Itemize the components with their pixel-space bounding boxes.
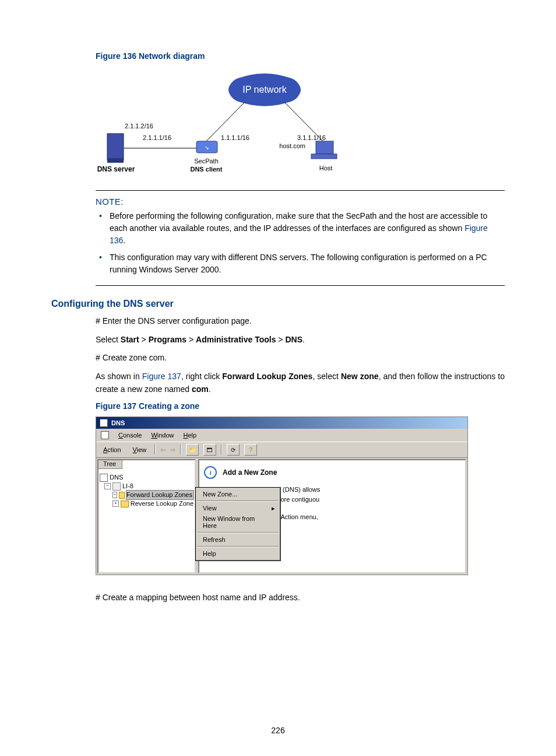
svg-rect-11 — [311, 154, 337, 159]
ctx-refresh[interactable]: Refresh — [197, 534, 279, 545]
figure-137-caption: Figure 137 Creating a zone — [96, 401, 505, 411]
ctx-view[interactable]: View▸ — [197, 503, 279, 513]
dns-icon — [101, 431, 109, 439]
tree-root[interactable]: DNS — [110, 473, 123, 482]
help-icon[interactable]: ? — [244, 444, 257, 456]
up-icon[interactable]: 📁 — [186, 444, 199, 456]
toolbar-action[interactable]: Action — [100, 445, 125, 454]
svg-rect-10 — [316, 141, 333, 154]
forward-icon[interactable]: ⇨ — [170, 446, 175, 454]
note-label: NOTE: — [96, 197, 505, 206]
server-icon — [112, 482, 121, 491]
window-titlebar: DNS — [96, 417, 467, 429]
dns-server-ip: 2.1.1.2/16 — [125, 123, 153, 130]
window-title: DNS — [111, 419, 125, 426]
folder-icon — [121, 501, 129, 508]
cloud-label: IP network — [242, 85, 287, 94]
note-item: This configuration may vary with differe… — [110, 251, 505, 276]
note-item: Before performing the following configur… — [110, 210, 505, 247]
dns-server-icon — [107, 134, 124, 163]
window-toolbar: Action View ⇦ ⇨ 📁 🗔 ⟳ ? — [96, 442, 467, 458]
dns-icon — [100, 474, 108, 482]
back-icon[interactable]: ⇦ — [160, 446, 166, 454]
figure-137-link[interactable]: Figure 137 — [142, 372, 181, 381]
separator — [197, 501, 279, 502]
host-icon — [311, 141, 337, 159]
dns-client-label: DNS client — [190, 166, 222, 173]
dns-app-icon — [100, 419, 108, 427]
svg-rect-6 — [107, 134, 124, 160]
menu-window[interactable]: Window — [151, 432, 174, 439]
dns-server-label: DNS server — [97, 165, 135, 173]
separator — [197, 532, 279, 533]
secpath-icon: ↘ — [196, 141, 217, 153]
paragraph-select-path: Select Start > Programs > Administrative… — [96, 334, 505, 346]
tree-reverse-zones[interactable]: Reverse Lookup Zone — [131, 499, 193, 508]
separator — [154, 444, 156, 455]
secpath-left-ip: 2.1.1.1/16 — [143, 134, 171, 141]
paragraph: # Create a mapping between host name and… — [96, 592, 505, 604]
context-menu: New Zone... View▸ New Window from Here R… — [195, 487, 281, 561]
chevron-right-icon: ▸ — [272, 505, 275, 512]
info-title: Add a New Zone — [223, 468, 277, 477]
secpath-label: SecPath — [194, 158, 219, 164]
svg-rect-7 — [107, 158, 124, 163]
host-ip: 3.1.1.1/16 — [297, 134, 326, 141]
window-menubar: CConsoleonsole Window Help — [96, 429, 467, 442]
separator — [180, 444, 181, 455]
paragraph: # Create zone com. — [96, 352, 505, 365]
figure-136-caption: Figure 136 Network diagram — [96, 51, 505, 61]
host-label: Host — [319, 164, 333, 172]
paragraph: As shown in Figure 137, right click Forw… — [96, 370, 505, 396]
paragraph: # Enter the DNS server configuration pag… — [96, 315, 505, 328]
note-text: Before performing the following configur… — [110, 211, 487, 233]
secpath-right-ip: 1.1.1.1/16 — [221, 134, 249, 141]
collapse-icon[interactable]: − — [112, 492, 117, 498]
svg-text:↘: ↘ — [205, 145, 209, 150]
network-diagram: IP network 2.1.1.2/16 DNS server ↘ 2.1.1… — [96, 66, 422, 183]
ctx-new-window[interactable]: New Window from Here — [197, 513, 279, 531]
separator — [197, 546, 279, 547]
page-number: 226 — [0, 726, 556, 735]
info-icon: i — [204, 466, 217, 479]
host-domain: host.com — [279, 142, 305, 149]
tree-tab[interactable]: Tree — [97, 459, 122, 469]
ctx-new-zone[interactable]: New Zone... — [197, 489, 279, 499]
section-heading-configuring-dns: Configuring the DNS server — [51, 299, 505, 309]
tree-pane: Tree DNS −LI-8 −Forward Lookup Zones +Re… — [97, 459, 196, 573]
menu-help[interactable]: Help — [184, 432, 197, 439]
collapse-icon[interactable]: − — [104, 483, 111, 489]
tree-server[interactable]: LI-8 — [122, 482, 133, 491]
note-block: NOTE: Before performing the following co… — [96, 190, 505, 286]
toolbar-view[interactable]: View — [129, 445, 150, 454]
note-text: . — [123, 236, 125, 245]
dns-window-screenshot: DNS CConsoleonsole Window Help Action Vi… — [96, 416, 468, 575]
expand-icon[interactable]: + — [112, 501, 119, 507]
note-text: This configuration may vary with differe… — [110, 253, 487, 274]
ctx-help[interactable]: Help — [197, 548, 279, 559]
folder-icon — [119, 492, 125, 499]
separator — [221, 444, 222, 455]
menu-console[interactable]: CConsoleonsole — [118, 432, 142, 439]
tree-forward-zones[interactable]: Forward Lookup Zones — [126, 491, 193, 499]
show-hide-icon[interactable]: 🗔 — [203, 444, 216, 456]
refresh-icon[interactable]: ⟳ — [227, 444, 240, 456]
